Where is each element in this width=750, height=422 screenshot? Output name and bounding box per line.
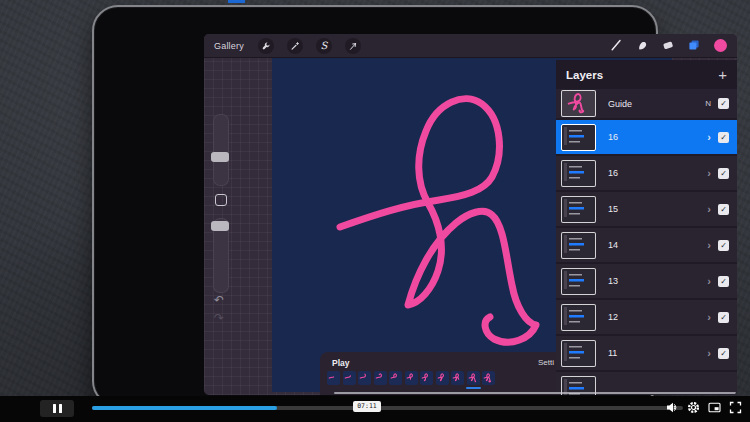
animation-frame-6[interactable] <box>405 371 418 385</box>
player-icons <box>666 401 742 414</box>
layer-row-13[interactable]: 13›✓ <box>556 264 737 298</box>
chevron-right-icon: › <box>707 168 711 179</box>
layer-row-controls: ›✓ <box>707 240 729 251</box>
animation-frame-1[interactable] <box>327 371 340 385</box>
layer-name: 16 <box>608 132 618 142</box>
video-frame: Gallery S <box>0 0 750 422</box>
layers-panel: Layers + GuideN✓16›✓16›✓15›✓14›✓13›✓12›✓… <box>556 60 737 395</box>
smudge-icon[interactable] <box>636 37 648 55</box>
layer-visibility-checkbox[interactable]: ✓ <box>718 240 729 251</box>
settings-icon[interactable] <box>687 401 700 414</box>
animation-frame-11[interactable] <box>482 371 495 385</box>
undo-icon[interactable]: ↶ <box>214 294 224 306</box>
layer-visibility-checkbox[interactable]: ✓ <box>718 168 729 179</box>
layer-visibility-checkbox[interactable]: ✓ <box>718 312 729 323</box>
layer-visibility-checkbox[interactable]: ✓ <box>718 204 729 215</box>
time-tooltip: 07:11 <box>353 401 381 412</box>
layer-name: Guide <box>608 99 632 109</box>
layer-row-controls: ›✓ <box>707 168 729 179</box>
video-progress-bar[interactable]: 07:11 <box>92 406 683 410</box>
layer-row-controls: ›✓ <box>707 204 729 215</box>
miniplayer-icon[interactable] <box>708 401 721 414</box>
layer-thumbnail[interactable] <box>561 232 596 259</box>
layer-visibility-checkbox[interactable]: ✓ <box>718 348 729 359</box>
opacity-handle[interactable] <box>211 221 229 231</box>
layer-name: 16 <box>608 168 618 178</box>
animation-frame-9[interactable] <box>451 371 464 385</box>
video-control-bar: 07:11 <box>0 396 750 422</box>
layer-visibility-checkbox[interactable]: ✓ <box>718 132 729 143</box>
layer-thumbnail[interactable] <box>561 340 596 367</box>
brush-size-slider[interactable] <box>213 114 229 186</box>
redo-icon[interactable]: ↷ <box>214 312 224 324</box>
layer-row-16[interactable]: 16›✓ <box>556 156 737 190</box>
layer-visibility-checkbox[interactable]: ✓ <box>718 276 729 287</box>
layer-name: 12 <box>608 312 618 322</box>
layer-name: 13 <box>608 276 618 286</box>
animation-timeline: Play Setti <box>320 352 557 395</box>
animation-frame-10[interactable] <box>467 371 480 385</box>
layers-icon[interactable] <box>688 37 700 55</box>
layer-thumbnail[interactable] <box>561 196 596 223</box>
layer-row-controls: ›✓ <box>707 132 729 143</box>
layer-row-14[interactable]: 14›✓ <box>556 228 737 262</box>
layer-row-controls: N✓ <box>705 98 729 109</box>
layer-row-controls: ›✓ <box>707 348 729 359</box>
ipad-device: Gallery S <box>92 5 658 407</box>
layer-thumbnail[interactable] <box>561 268 596 295</box>
layers-title: Layers <box>566 69 603 81</box>
chevron-right-icon: › <box>707 240 711 251</box>
animation-frame-7[interactable] <box>420 371 433 385</box>
selection-icon[interactable]: S <box>316 38 332 54</box>
layer-row-16[interactable]: 16›✓ <box>556 120 737 154</box>
layer-thumbnail[interactable] <box>561 124 596 151</box>
layer-name: 14 <box>608 240 618 250</box>
procreate-screen: Gallery S <box>204 34 737 395</box>
layer-thumbnail[interactable] <box>561 160 596 187</box>
animation-settings-button[interactable]: Setti <box>538 358 554 367</box>
brush-size-handle[interactable] <box>211 152 229 162</box>
fullscreen-icon[interactable] <box>729 401 742 414</box>
animation-frame-8[interactable] <box>436 371 449 385</box>
add-layer-button[interactable]: + <box>718 67 727 82</box>
layer-row-15[interactable]: 15›✓ <box>556 192 737 226</box>
layer-thumbnail[interactable] <box>561 90 596 117</box>
chevron-right-icon: › <box>707 312 711 323</box>
layers-list: GuideN✓16›✓16›✓15›✓14›✓13›✓12›✓11›✓ <box>556 89 737 395</box>
top-toolbar: Gallery S <box>204 34 737 58</box>
chevron-right-icon: › <box>707 276 711 287</box>
layer-name: 11 <box>608 348 617 358</box>
eraser-icon[interactable] <box>662 37 674 55</box>
animation-frame-5[interactable] <box>389 371 402 385</box>
left-tools: S <box>258 38 361 54</box>
layer-row-Guide[interactable]: GuideN✓ <box>556 89 737 118</box>
layer-visibility-checkbox[interactable]: ✓ <box>718 98 729 109</box>
animation-frame-4[interactable] <box>374 371 387 385</box>
gallery-button[interactable]: Gallery <box>214 41 244 51</box>
video-progress-fill <box>92 406 277 410</box>
layer-row-controls: ›✓ <box>707 276 729 287</box>
play-button[interactable]: Play <box>332 358 350 368</box>
layer-name: 15 <box>608 204 618 214</box>
layers-panel-header: Layers + <box>556 60 737 89</box>
layer-thumbnail[interactable] <box>561 304 596 331</box>
layer-row-11[interactable]: 11›✓ <box>556 336 737 370</box>
wrench-icon[interactable] <box>258 38 274 54</box>
chevron-right-icon: › <box>707 204 711 215</box>
animation-frame-2[interactable] <box>343 371 356 385</box>
animation-frames <box>327 371 495 385</box>
modify-button[interactable] <box>215 194 227 206</box>
blend-mode-badge[interactable]: N <box>705 99 711 108</box>
chevron-right-icon: › <box>707 132 711 143</box>
transform-icon[interactable] <box>345 38 361 54</box>
brush-icon[interactable] <box>610 37 622 55</box>
volume-icon[interactable] <box>666 401 679 414</box>
layer-row-12[interactable]: 12›✓ <box>556 300 737 334</box>
magic-wand-icon[interactable] <box>287 38 303 54</box>
animation-frame-3[interactable] <box>358 371 371 385</box>
timeline-scrollbar[interactable] <box>334 392 736 394</box>
layer-row-controls: ›✓ <box>707 312 729 323</box>
color-swatch[interactable] <box>714 39 727 52</box>
right-tools <box>610 37 727 55</box>
pause-button[interactable] <box>40 400 74 417</box>
